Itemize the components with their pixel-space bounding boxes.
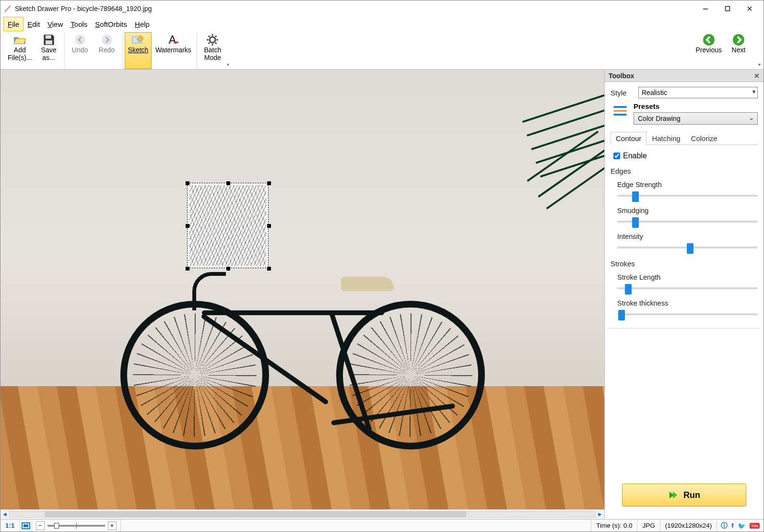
menu-edit[interactable]: Edit (24, 17, 44, 31)
chevron-down-icon[interactable]: ▾ (226, 62, 230, 69)
zoom-out-button[interactable]: − (36, 521, 45, 530)
stroke-length-thumb[interactable] (625, 284, 632, 295)
minimize-button[interactable] (694, 1, 717, 16)
menu-bar: File Edit View Tools SoftOrbits Help (0, 17, 764, 31)
intensity-slider[interactable] (617, 242, 758, 253)
watermarks-button[interactable]: A Watermarks (152, 32, 195, 69)
sliders-icon (611, 102, 630, 119)
scroll-left-icon[interactable]: ◄ (0, 510, 9, 519)
stroke-thickness-label: Stroke thickness (617, 299, 758, 307)
social-links: ⓘ f 🐦 You (717, 520, 764, 532)
tab-colorize[interactable]: Colorize (686, 132, 723, 145)
svg-rect-2 (45, 35, 51, 39)
save-icon (43, 35, 55, 45)
stroke-length-slider[interactable] (617, 283, 758, 294)
svg-point-4 (75, 35, 85, 45)
sketch-preview (189, 185, 266, 266)
stroke-thickness-slider[interactable] (617, 309, 758, 319)
smudging-label: Smudging (617, 207, 758, 214)
stroke-length-label: Stroke Length (617, 273, 758, 281)
gear-icon (206, 35, 219, 45)
tab-hatching[interactable]: Hatching (646, 132, 685, 145)
style-value: Realistic (642, 89, 667, 96)
zoom-thumb[interactable] (54, 523, 59, 529)
menu-view[interactable]: View (44, 17, 67, 31)
selection-handle[interactable] (186, 224, 189, 228)
selection-handle[interactable] (267, 224, 271, 228)
zoom-in-button[interactable]: + (108, 521, 117, 530)
facebook-icon[interactable]: f (731, 522, 734, 529)
edge-strength-label: Edge Strength (617, 181, 758, 189)
run-button[interactable]: Run (622, 484, 746, 507)
enable-checkbox-row[interactable]: Enable (613, 152, 758, 160)
add-files-button[interactable]: AddFile(s)... (4, 32, 35, 69)
redo-button[interactable]: Redo (94, 32, 120, 69)
youtube-icon[interactable]: You (750, 523, 760, 529)
horizontal-scrollbar[interactable]: ◄ ► (0, 509, 604, 519)
selection-handle[interactable] (267, 181, 271, 185)
next-button[interactable]: Next (725, 32, 752, 69)
svg-rect-1 (726, 7, 730, 11)
titlebar: Sketch Drawer Pro - bicycle-789648_1920.… (0, 0, 764, 17)
selection-rectangle[interactable] (187, 183, 269, 268)
window-controls (694, 1, 761, 16)
presets-select[interactable]: Color Drawing (634, 112, 758, 125)
toolbar-group-batch: BatchMode ▾ (197, 32, 232, 69)
menu-tools[interactable]: Tools (67, 17, 91, 31)
zoom-ratio[interactable]: 1:1 (0, 520, 20, 532)
smudging-thumb[interactable] (632, 217, 639, 228)
svg-rect-3 (45, 40, 52, 44)
presets-label: Presets (634, 102, 758, 110)
enable-checkbox[interactable] (613, 153, 620, 159)
batch-mode-label: BatchMode (204, 46, 221, 61)
batch-mode-button[interactable]: BatchMode (199, 32, 226, 69)
toolbox-tabs: Contour Hatching Colorize (611, 131, 758, 145)
scroll-right-icon[interactable]: ► (596, 510, 604, 519)
previous-button[interactable]: Previous (693, 32, 725, 69)
save-as-button[interactable]: Saveas... (35, 32, 62, 69)
selection-handle[interactable] (186, 267, 189, 271)
app-window: Sketch Drawer Pro - bicycle-789648_1920.… (0, 0, 764, 532)
menu-file[interactable]: File (3, 17, 24, 31)
undo-button[interactable]: Undo (67, 32, 94, 69)
close-button[interactable] (739, 1, 761, 16)
smudging-block: Smudging (617, 207, 758, 227)
toolbox-panel: Toolbox ✕ Style Realistic (604, 70, 764, 519)
zoom-slider[interactable] (47, 525, 105, 527)
scroll-track[interactable] (9, 511, 596, 518)
toolbar-overflow-icon[interactable]: ▾ (758, 62, 761, 67)
selection-handle[interactable] (226, 267, 230, 271)
twitter-icon[interactable]: 🐦 (738, 522, 746, 530)
tab-contour[interactable]: Contour (611, 132, 646, 145)
intensity-block: Intensity (617, 233, 758, 253)
edge-strength-thumb[interactable] (632, 191, 639, 202)
edge-strength-slider[interactable] (617, 190, 758, 201)
watermarks-label: Watermarks (155, 46, 191, 54)
menu-help[interactable]: Help (131, 17, 153, 31)
scroll-thumb[interactable] (45, 511, 466, 517)
stroke-thickness-thumb[interactable] (618, 310, 625, 320)
add-files-label: AddFile(s)... (8, 46, 32, 61)
selection-handle[interactable] (267, 267, 271, 271)
toolbar-group-actions: Sketch A Watermarks (123, 32, 198, 69)
status-time: Time (s): 0.0 (591, 520, 637, 532)
selection-handle[interactable] (226, 181, 230, 185)
next-label: Next (732, 46, 746, 54)
intensity-label: Intensity (617, 233, 758, 240)
info-icon[interactable]: ⓘ (721, 521, 728, 530)
stroke-length-block: Stroke Length (617, 273, 758, 294)
sketch-button[interactable]: Sketch (125, 32, 152, 69)
selection-handle[interactable] (186, 181, 189, 185)
status-spacer (121, 520, 592, 532)
toolbox-header: Toolbox ✕ (605, 70, 764, 82)
toolbox-close-icon[interactable]: ✕ (754, 72, 760, 80)
toolbar-group-history: Undo Redo (65, 32, 123, 69)
svg-point-18 (703, 34, 715, 46)
fit-screen-button[interactable] (20, 520, 32, 532)
menu-softorbits[interactable]: SoftOrbits (91, 17, 131, 31)
style-select[interactable]: Realistic (638, 87, 758, 98)
intensity-thumb[interactable] (687, 243, 693, 254)
maximize-button[interactable] (717, 1, 739, 16)
smudging-slider[interactable] (617, 216, 758, 227)
image-canvas[interactable] (0, 70, 604, 509)
